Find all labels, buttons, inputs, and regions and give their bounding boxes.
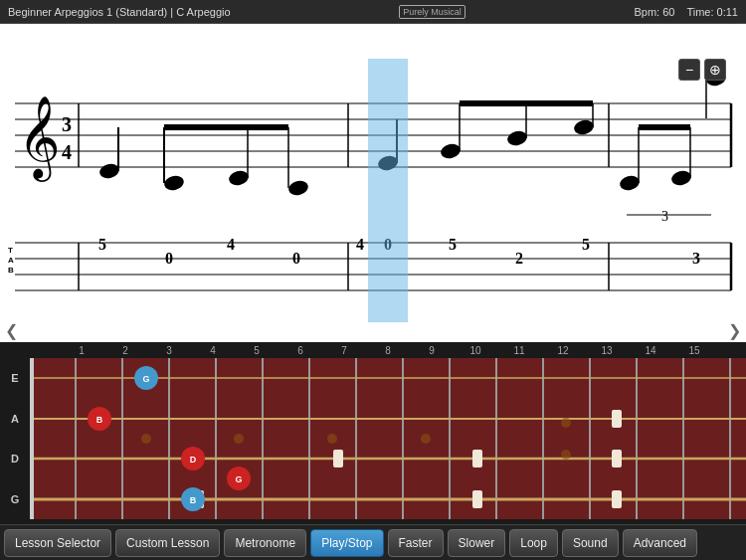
fret-num-11: 11: [497, 345, 541, 356]
fret-num-12: 12: [541, 345, 585, 356]
svg-text:2: 2: [515, 250, 523, 267]
svg-text:𝄞: 𝄞: [18, 96, 61, 182]
custom-lesson-button[interactable]: Custom Lesson: [115, 529, 220, 557]
fret-num-8: 8: [366, 345, 410, 356]
svg-text:5: 5: [98, 236, 106, 253]
lesson-title: Beginner Arpeggios 1 (Standard) | C Arpe…: [8, 6, 231, 18]
fret-num-9: 9: [410, 345, 454, 356]
bottom-toolbar: Lesson Selector Custom Lesson Metronome …: [0, 524, 746, 560]
metronome-button[interactable]: Metronome: [224, 529, 306, 557]
svg-text:D: D: [190, 455, 197, 465]
fret-num-4: 4: [191, 345, 235, 356]
string-label-a: A: [11, 413, 19, 425]
svg-rect-93: [472, 490, 482, 508]
svg-point-82: [141, 434, 151, 444]
fret-num-7: 7: [322, 345, 366, 356]
fret-num-10: 10: [454, 345, 497, 356]
fret-num-13: 13: [585, 345, 629, 356]
time-display: Time: 0:11: [686, 6, 738, 18]
svg-rect-90: [472, 450, 482, 467]
svg-point-35: [440, 142, 463, 161]
svg-text:0: 0: [292, 250, 300, 267]
lesson-selector-button[interactable]: Lesson Selector: [4, 529, 111, 557]
fret-num-2: 2: [103, 345, 147, 356]
svg-text:3: 3: [661, 209, 668, 224]
svg-text:3: 3: [62, 113, 72, 135]
svg-text:5: 5: [582, 236, 590, 253]
playback-position-bar: [368, 59, 408, 322]
scroll-left-arrow[interactable]: ❮: [5, 321, 18, 340]
sheet-music-area: − ⊕ T A B 𝄞 3 4: [0, 24, 746, 342]
svg-point-85: [421, 434, 431, 444]
svg-rect-94: [612, 490, 622, 508]
fret-num-14: 14: [629, 345, 672, 356]
guitar-nut: [30, 358, 34, 519]
zoom-out-button[interactable]: −: [678, 59, 700, 81]
svg-text:B: B: [8, 266, 14, 275]
svg-text:T: T: [8, 246, 13, 255]
svg-text:4: 4: [356, 236, 364, 253]
svg-point-84: [327, 434, 337, 444]
zoom-in-button[interactable]: ⊕: [704, 59, 726, 81]
fret-num-3: 3: [147, 345, 191, 356]
fret-num-15: 15: [672, 345, 716, 356]
fretboard-container: 1 2 3 4 5 6 7 8 9 10 11 12 13 14 15 E A …: [0, 342, 746, 519]
svg-rect-91: [612, 450, 622, 467]
play-stop-button[interactable]: Play/Stop: [310, 529, 383, 557]
sound-button[interactable]: Sound: [562, 529, 619, 557]
fret-num-6: 6: [279, 345, 322, 356]
svg-point-27: [228, 169, 251, 188]
svg-point-25: [163, 174, 186, 193]
string-label-e: E: [11, 372, 18, 384]
bpm-time-display: Bpm: 60 Time: 0:11: [634, 6, 738, 18]
string-label-d: D: [11, 453, 19, 465]
string-label-g: G: [11, 493, 20, 505]
fret-num-5: 5: [235, 345, 279, 356]
slower-button[interactable]: Slower: [448, 529, 506, 557]
svg-text:0: 0: [165, 250, 173, 267]
svg-point-37: [506, 129, 529, 148]
fretboard-svg: G B D G B: [30, 358, 746, 519]
app-logo: Purely Musical: [399, 5, 466, 19]
string-labels: E A D G: [0, 358, 30, 519]
fret-numbers-row: 1 2 3 4 5 6 7 8 9 10 11 12 13 14 15: [0, 342, 746, 358]
svg-rect-89: [333, 450, 343, 467]
svg-point-42: [619, 174, 642, 193]
advanced-button[interactable]: Advanced: [623, 529, 697, 557]
svg-text:G: G: [142, 374, 149, 384]
svg-text:4: 4: [227, 236, 235, 253]
faster-button[interactable]: Faster: [388, 529, 444, 557]
top-bar: Beginner Arpeggios 1 (Standard) | C Arpe…: [0, 0, 746, 24]
svg-point-29: [287, 179, 310, 198]
guitar-neck: E A D G: [0, 358, 746, 519]
fret-num-1: 1: [60, 345, 103, 356]
svg-text:5: 5: [449, 236, 457, 253]
svg-text:G: G: [235, 474, 242, 484]
svg-point-87: [561, 450, 571, 460]
bpm-display: Bpm: 60: [634, 6, 674, 18]
svg-point-44: [670, 169, 693, 188]
svg-point-86: [561, 418, 571, 428]
scroll-right-arrow[interactable]: ❯: [728, 321, 741, 340]
svg-point-83: [234, 434, 244, 444]
svg-text:B: B: [96, 415, 103, 425]
svg-text:3: 3: [692, 250, 700, 267]
zoom-controls: − ⊕: [678, 59, 726, 81]
svg-rect-88: [612, 410, 622, 428]
loop-button[interactable]: Loop: [509, 529, 558, 557]
svg-point-39: [573, 118, 596, 137]
svg-text:4: 4: [62, 141, 72, 163]
svg-text:A: A: [8, 256, 14, 265]
svg-text:B: B: [190, 495, 197, 505]
